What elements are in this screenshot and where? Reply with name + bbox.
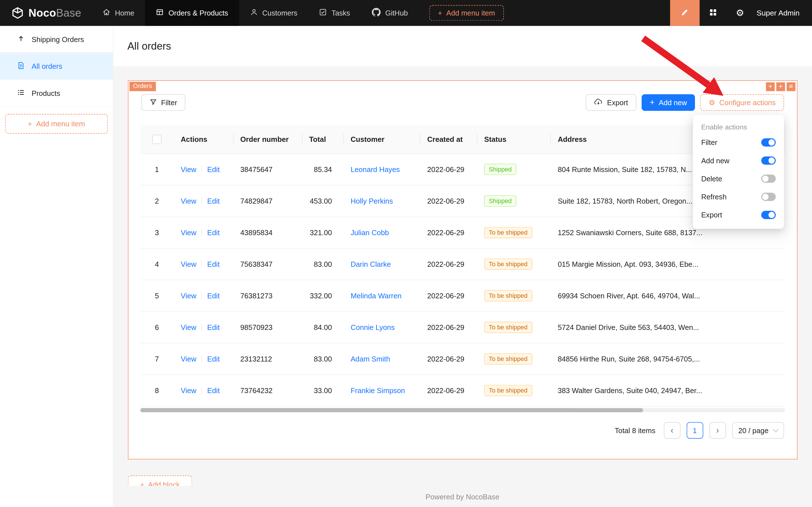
customer-link[interactable]: Darin Clarke — [350, 260, 391, 268]
edit-link[interactable]: Edit — [207, 197, 220, 205]
view-link[interactable]: View — [181, 355, 196, 363]
scrollbar-thumb[interactable] — [140, 408, 643, 412]
created-at-cell: 2022-06-29 — [420, 386, 477, 394]
view-link[interactable]: View — [181, 386, 196, 394]
status-cell: Shipped — [477, 195, 550, 207]
add-block-button[interactable]: + Add block — [128, 475, 192, 486]
orders-doc-icon — [17, 61, 25, 71]
add-new-toggle[interactable] — [761, 156, 776, 164]
page-size-select[interactable]: 20 / page — [732, 422, 784, 439]
main-area: All orders Orders + + ≡ Filter Export — [113, 26, 812, 507]
customer-link[interactable]: Julian Cobb — [350, 228, 389, 237]
status-badge: To be shipped — [484, 290, 532, 301]
plus-icon: + — [28, 120, 32, 128]
sidebar-item-products[interactable]: Products — [0, 80, 113, 107]
row-actions: ViewEdit — [173, 323, 233, 331]
row-actions: ViewEdit — [173, 165, 233, 173]
page-1-button[interactable]: 1 — [687, 422, 703, 439]
ui-editor-button[interactable] — [670, 0, 700, 26]
nav-item-orders-products[interactable]: Orders & Products — [145, 0, 239, 26]
customer-link[interactable]: Adam Smith — [350, 355, 390, 363]
customer-cell: Melinda Warren — [343, 292, 420, 300]
home-icon — [103, 8, 111, 17]
nav-item-github[interactable]: GitHub — [361, 0, 419, 26]
row-actions: ViewEdit — [173, 355, 233, 363]
pagination: Total 8 items ‹ 1 › 20 / page — [615, 422, 784, 439]
delete-toggle[interactable] — [761, 174, 776, 182]
row-actions: ViewEdit — [173, 197, 233, 205]
divider — [201, 292, 202, 299]
select-all-checkbox[interactable] — [152, 134, 162, 144]
customer-link[interactable]: Connie Lyons — [350, 323, 395, 331]
dropdown-item-delete[interactable]: Delete — [701, 169, 776, 187]
settings-button[interactable]: ⚙ — [727, 0, 754, 26]
created-at-cell: 2022-06-29 — [420, 165, 477, 173]
dropdown-item-export[interactable]: Export — [701, 206, 776, 224]
prev-page-button[interactable]: ‹ — [664, 422, 680, 439]
row-index: 6 — [140, 323, 174, 331]
customer-cell: Julian Cobb — [343, 228, 420, 237]
export-toggle[interactable] — [761, 211, 776, 219]
navbar-add-menu-item-button[interactable]: + Add menu item — [429, 5, 504, 20]
edit-link[interactable]: Edit — [207, 323, 220, 331]
row-index: 8 — [140, 386, 174, 394]
status-badge: To be shipped — [484, 259, 532, 270]
dropdown-title: Enable actions — [701, 123, 776, 131]
divider — [201, 324, 202, 331]
chevron-right-icon: › — [716, 425, 719, 436]
dropdown-item-refresh[interactable]: Refresh — [701, 187, 776, 206]
sidebar-item-all-orders[interactable]: All orders — [0, 53, 113, 80]
nav-item-customers[interactable]: Customers — [239, 0, 308, 26]
pagination-total: Total 8 items — [615, 426, 655, 435]
total-cell: 453.00 — [302, 197, 343, 205]
edit-link[interactable]: Edit — [207, 386, 220, 394]
nav-item-home[interactable]: Home — [92, 0, 145, 26]
edit-link[interactable]: Edit — [207, 228, 220, 237]
current-user-menu[interactable]: Super Admin — [753, 9, 812, 17]
view-link[interactable]: View — [181, 197, 196, 205]
table-row: 7 ViewEdit 23132112 83.00 Adam Smith 202… — [140, 343, 785, 375]
customer-link[interactable]: Holly Perkins — [350, 197, 393, 205]
nocobase-logo[interactable]: NocoBase — [0, 7, 92, 19]
filter-button[interactable]: Filter — [141, 94, 185, 111]
dropdown-item-add-new[interactable]: Add new — [701, 151, 776, 169]
navbar-right-cluster: ⚙ Super Admin — [670, 0, 812, 26]
dropdown-item-filter[interactable]: Filter — [701, 133, 776, 151]
row-index: 2 — [140, 197, 174, 205]
order-number-cell: 75638347 — [233, 260, 302, 268]
view-link[interactable]: View — [181, 260, 196, 268]
edit-link[interactable]: Edit — [207, 355, 220, 363]
edit-link[interactable]: Edit — [207, 165, 220, 173]
customer-link[interactable]: Melinda Warren — [350, 292, 402, 300]
edit-link[interactable]: Edit — [207, 260, 220, 268]
header-total: Total — [302, 135, 343, 143]
customer-link[interactable]: Frankie Simpson — [350, 386, 405, 394]
export-button[interactable]: Export — [586, 94, 636, 111]
configure-actions-button[interactable]: ⚙ Configure actions — [700, 94, 784, 111]
view-link[interactable]: View — [181, 323, 196, 331]
refresh-toggle[interactable] — [761, 192, 776, 201]
view-link[interactable]: View — [181, 292, 196, 300]
app-root: NocoBase Home Orders & Products Customer… — [0, 0, 812, 507]
divider — [201, 261, 202, 268]
sidebar-item-shipping-orders[interactable]: Shipping Orders — [0, 26, 113, 53]
divider — [201, 387, 202, 394]
status-badge: To be shipped — [484, 353, 532, 364]
drag-add-icon[interactable]: + — [766, 82, 775, 91]
horizontal-scrollbar[interactable] — [140, 408, 785, 412]
view-link[interactable]: View — [181, 165, 196, 173]
view-link[interactable]: View — [181, 228, 196, 237]
edit-link[interactable]: Edit — [207, 292, 220, 300]
status-badge: Shipped — [484, 195, 516, 207]
list-icon — [17, 88, 25, 98]
plugin-manager-button[interactable] — [699, 0, 727, 26]
nav-item-tasks[interactable]: Tasks — [308, 0, 361, 26]
add-block-icon[interactable]: + — [776, 82, 785, 91]
next-page-button[interactable]: › — [709, 422, 726, 439]
filter-toggle[interactable] — [761, 138, 776, 146]
status-badge: To be shipped — [484, 322, 532, 333]
customer-link[interactable]: Leonard Hayes — [350, 165, 400, 173]
add-new-button[interactable]: + Add new — [641, 94, 695, 111]
block-menu-icon[interactable]: ≡ — [787, 82, 795, 91]
sidebar-add-menu-item-button[interactable]: + Add menu item — [5, 114, 108, 134]
